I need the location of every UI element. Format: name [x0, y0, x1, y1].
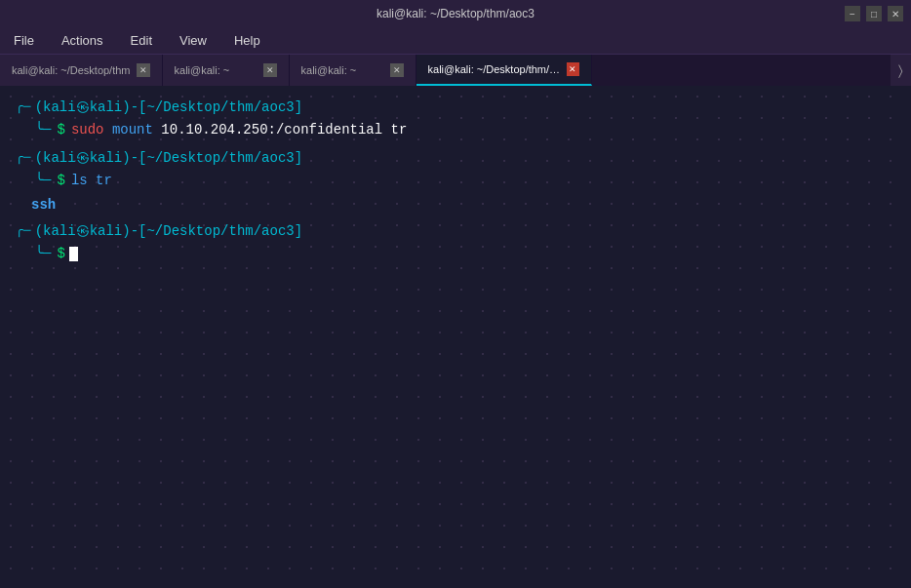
cmd-mount-arg: 10.10.204.250:/confidential tr: [161, 122, 407, 137]
tab-3[interactable]: kali@kali: ~ ✕: [290, 55, 416, 86]
prompt-corner-1: ╰─: [35, 120, 52, 140]
prompt-dollar-1: $: [57, 120, 64, 140]
terminal-cursor: [69, 247, 78, 261]
prompt-cmd-line-1: ╰─ $ sudo mount 10.10.204.250:/confident…: [35, 120, 408, 140]
prompt-user-1: (kali㉿kali): [35, 98, 131, 118]
prompt-cmd-line-2: ╰─ $ ls tr: [35, 171, 302, 191]
prompt-path-3: [~/Desktop/thm/aoc3]: [139, 221, 302, 242]
prompt-bracket-1: -: [131, 98, 139, 118]
terminal-block-3: ╭─ (kali㉿kali) - [~/Desktop/thm/aoc3] ╰─…: [16, 221, 895, 266]
tab-1[interactable]: kali@kali: ~/Desktop/thm ✕: [0, 55, 163, 86]
tab-2-close[interactable]: ✕: [263, 63, 277, 77]
tab-2-label: kali@kali: ~: [175, 64, 230, 76]
tab-1-close[interactable]: ✕: [137, 63, 150, 77]
tab-arrow-right[interactable]: 〉: [891, 55, 911, 86]
prompt-user-line-2: (kali㉿kali) - [~/Desktop/thm/aoc3]: [35, 148, 302, 169]
tab-4[interactable]: kali@kali: ~/Desktop/thm/aoc3 ✕: [416, 55, 592, 86]
prompt-user-2: (kali㉿kali): [35, 148, 131, 169]
cmd-ls-arg: tr: [96, 173, 112, 188]
prompt-user-3: (kali㉿kali): [35, 221, 131, 242]
prompt-icon-1: ╭─: [16, 98, 31, 117]
prompt-icon-3: ╭─: [16, 221, 31, 241]
prompt-corner-3: ╰─: [35, 244, 52, 264]
window-title: kali@kali: ~/Desktop/thm/aoc3: [376, 7, 535, 20]
prompt-cmd-line-3: ╰─ $: [35, 244, 302, 264]
prompt-bracket-2: -: [131, 148, 139, 169]
cmd-text-2: ls tr: [71, 171, 112, 191]
terminal-block-2: ╭─ (kali㉿kali) - [~/Desktop/thm/aoc3] ╰─…: [16, 148, 895, 193]
tab-3-close[interactable]: ✕: [390, 63, 404, 77]
cmd-sudo: sudo: [71, 122, 104, 137]
prompt-bracket-3: -: [131, 221, 139, 242]
prompt-user-line-1: (kali㉿kali) - [~/Desktop/thm/aoc3]: [35, 98, 408, 118]
menu-bar: File Actions Edit View Help: [0, 27, 911, 55]
cursor-area: [69, 244, 78, 264]
prompt-path-2: [~/Desktop/thm/aoc3]: [139, 148, 302, 169]
menu-view[interactable]: View: [174, 31, 213, 50]
tab-4-close[interactable]: ✕: [567, 62, 579, 76]
prompt-lines-2: (kali㉿kali) - [~/Desktop/thm/aoc3] ╰─ $ …: [35, 148, 302, 193]
tab-2[interactable]: kali@kali: ~ ✕: [163, 55, 290, 86]
output-ssh: ssh: [31, 197, 56, 213]
terminal-body: ╭─ (kali㉿kali) - [~/Desktop/thm/aoc3] ╰─…: [0, 86, 911, 588]
terminal-block-1: ╭─ (kali㉿kali) - [~/Desktop/thm/aoc3] ╰─…: [16, 98, 895, 142]
cmd-mount: mount: [112, 122, 153, 137]
window-controls: − □ ✕: [845, 6, 903, 21]
prompt-icon-2: ╭─: [16, 148, 31, 168]
output-ssh-line: ssh: [31, 195, 895, 216]
close-button[interactable]: ✕: [888, 6, 903, 21]
prompt-dollar-2: $: [57, 171, 64, 191]
tab-4-label: kali@kali: ~/Desktop/thm/aoc3: [428, 63, 561, 75]
prompt-dollar-3: $: [57, 244, 64, 264]
prompt-path-1: [~/Desktop/thm/aoc3]: [139, 98, 302, 118]
cmd-ls: ls: [71, 173, 88, 188]
prompt-lines-1: (kali㉿kali) - [~/Desktop/thm/aoc3] ╰─ $ …: [35, 98, 408, 142]
cmd-text-1: sudo mount 10.10.204.250:/confidential t…: [71, 120, 407, 140]
tab-3-label: kali@kali: ~: [301, 64, 357, 76]
menu-edit[interactable]: Edit: [125, 31, 158, 50]
prompt-lines-3: (kali㉿kali) - [~/Desktop/thm/aoc3] ╰─ $: [35, 221, 302, 266]
menu-help[interactable]: Help: [228, 31, 266, 50]
title-bar: kali@kali: ~/Desktop/thm/aoc3 − □ ✕: [0, 0, 911, 27]
tabs-bar: kali@kali: ~/Desktop/thm ✕ kali@kali: ~ …: [0, 55, 911, 86]
menu-file[interactable]: File: [8, 31, 40, 50]
prompt-corner-2: ╰─: [35, 171, 52, 191]
menu-actions[interactable]: Actions: [56, 31, 109, 50]
tab-1-label: kali@kali: ~/Desktop/thm: [12, 64, 131, 76]
minimize-button[interactable]: −: [845, 6, 860, 21]
maximize-button[interactable]: □: [866, 6, 882, 21]
prompt-user-line-3: (kali㉿kali) - [~/Desktop/thm/aoc3]: [35, 221, 302, 242]
